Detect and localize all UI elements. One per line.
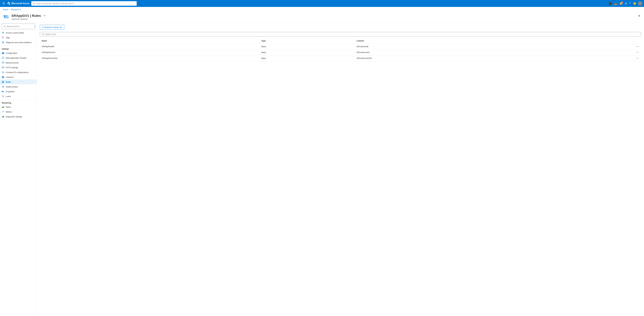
breadcrumb: Home › SRAppGV1 [0, 7, 644, 12]
svg-rect-0 [3, 15, 9, 19]
settings-section-label: Settings [0, 46, 37, 51]
row-actions-button[interactable]: ··· [567, 55, 641, 61]
row-actions-button[interactable]: ··· [567, 49, 641, 55]
access-control-icon [2, 31, 4, 34]
svg-rect-22 [2, 83, 4, 83]
sidebar-item-listeners[interactable]: Listeners [0, 75, 37, 79]
rule-type: Basic [260, 55, 355, 61]
sidebar-item-diagnostic-settings[interactable]: Diagnostic settings [0, 114, 37, 119]
alerts-icon [2, 106, 4, 108]
topbar: ☰ Microsoft Azure 🔍 ⬛ 📤 🔔 4 ⚙ ? 🙂 [0, 0, 644, 7]
svg-rect-3 [4, 17, 8, 18]
tags-icon [2, 36, 4, 39]
hamburger-menu[interactable]: ☰ [2, 1, 6, 6]
svg-rect-25 [3, 91, 4, 92]
page-subtitle: Application gateway [12, 18, 47, 20]
svg-rect-15 [2, 72, 4, 73]
sidebar-collapse-button[interactable]: « [34, 25, 35, 27]
rule-name: SRHttpRule22334 [40, 55, 260, 61]
rule-name: SRHttpRule443 [40, 49, 260, 55]
sidebar-item-access-control[interactable]: Access control (IAM) [0, 30, 37, 35]
global-search-input[interactable] [36, 2, 135, 5]
col-type: Type [260, 38, 355, 44]
sidebar-item-frontend-ip[interactable]: Frontend IP configurations [0, 70, 37, 75]
svg-rect-17 [2, 77, 4, 77]
breadcrumb-home[interactable]: Home [3, 8, 8, 11]
svg-rect-28 [2, 107, 2, 108]
svg-rect-32 [2, 117, 2, 118]
settings-icon[interactable]: ⚙ [624, 1, 628, 5]
upload-icon[interactable]: 📤 [614, 1, 618, 5]
sidebar-item-label: Health probes [6, 86, 18, 88]
waf-icon [2, 57, 4, 59]
sidebar-item-tags[interactable]: Tags [0, 35, 37, 40]
svg-rect-12 [2, 67, 4, 67]
locks-icon [2, 95, 4, 98]
row-actions-button[interactable]: ··· [567, 44, 641, 49]
sidebar-item-label: Backend pools [6, 62, 18, 64]
col-actions [567, 38, 641, 44]
sidebar-item-properties[interactable]: Properties [0, 89, 37, 94]
sidebar-item-backend-pools[interactable]: Backend pools [0, 60, 37, 65]
rules-search-bar[interactable]: 🔍 [40, 32, 641, 36]
azure-logo: Microsoft Azure [7, 2, 30, 5]
sidebar-item-configuration[interactable]: Configuration [0, 51, 37, 55]
feedback-icon[interactable]: 🙂 [632, 1, 637, 5]
sidebar-item-metrics[interactable]: Metrics [0, 109, 37, 114]
sidebar: 🔍 « Access control (IAM) Tags Diagnose a… [0, 22, 37, 316]
more-options-button[interactable]: ··· [42, 14, 47, 18]
configuration-icon [2, 52, 4, 54]
main-layout: 🔍 « Access control (IAM) Tags Diagnose a… [0, 22, 644, 316]
rule-listener: SRListener80 [355, 44, 567, 49]
sidebar-item-waf[interactable]: Web application firewall [0, 55, 37, 60]
sidebar-item-http-settings[interactable]: HTTP settings [0, 65, 37, 70]
sidebar-item-label: Alerts [6, 106, 11, 108]
frontend-ip-icon [2, 71, 4, 73]
add-routing-rule-button[interactable]: + Request routing rule [40, 25, 64, 30]
sidebar-item-diagnose[interactable]: Diagnose and solve problems [0, 40, 37, 45]
rules-search-icon: 🔍 [42, 33, 44, 35]
svg-rect-9 [2, 53, 4, 54]
svg-rect-8 [2, 53, 4, 53]
content-area: + Request routing rule 🔍 Name Type Liste… [37, 22, 644, 316]
sidebar-item-rules[interactable]: Rules [0, 79, 37, 84]
sidebar-item-alerts[interactable]: Alerts [0, 105, 37, 109]
notification-icon[interactable]: 🔔 4 [619, 1, 623, 5]
sidebar-item-label: Tags [6, 36, 10, 39]
cloud-shell-icon[interactable]: ⬛ [608, 1, 612, 5]
rules-table: Name Type Listener SRHttpRule80 Basic SR… [40, 38, 641, 61]
breadcrumb-current[interactable]: SRAppGV1 [11, 8, 21, 11]
sidebar-item-locks[interactable]: Locks [0, 94, 37, 99]
close-button[interactable]: ✕ [638, 14, 641, 18]
search-icon: 🔍 [33, 2, 35, 5]
listeners-icon [2, 76, 4, 78]
rules-search-input[interactable] [45, 33, 639, 35]
sidebar-search-input[interactable] [6, 25, 33, 27]
sidebar-item-label: Properties [6, 90, 14, 93]
col-listener: Listener [355, 38, 567, 44]
sidebar-item-label: Diagnose and solve problems [6, 41, 32, 44]
svg-rect-21 [2, 82, 4, 82]
metrics-icon [2, 111, 4, 113]
svg-rect-29 [3, 107, 3, 108]
svg-rect-2 [6, 15, 8, 17]
sidebar-item-health-probes[interactable]: Health probes [0, 84, 37, 89]
rule-listener: SRListener443 [355, 49, 567, 55]
table-body: SRHttpRule80 Basic SRListener80 ··· SRHt… [40, 44, 641, 61]
rule-type: Basic [260, 49, 355, 55]
diagnose-icon [2, 41, 4, 44]
svg-rect-11 [2, 63, 4, 63]
svg-point-5 [2, 37, 3, 37]
sidebar-search[interactable]: 🔍 [2, 24, 35, 29]
table-row: SRHttpRule80 Basic SRListener80 ··· [40, 44, 641, 49]
sidebar-item-label: Access control (IAM) [6, 32, 24, 34]
http-settings-icon [2, 66, 4, 69]
svg-rect-30 [4, 106, 4, 108]
global-search[interactable]: 🔍 [31, 1, 137, 6]
sidebar-item-label: Locks [6, 95, 11, 98]
help-icon[interactable]: ? [629, 1, 631, 5]
svg-rect-13 [2, 67, 4, 68]
user-avatar[interactable] [638, 1, 642, 5]
page-title: SRAppGV1 | Rules ··· [12, 14, 47, 18]
rules-icon [2, 81, 4, 83]
